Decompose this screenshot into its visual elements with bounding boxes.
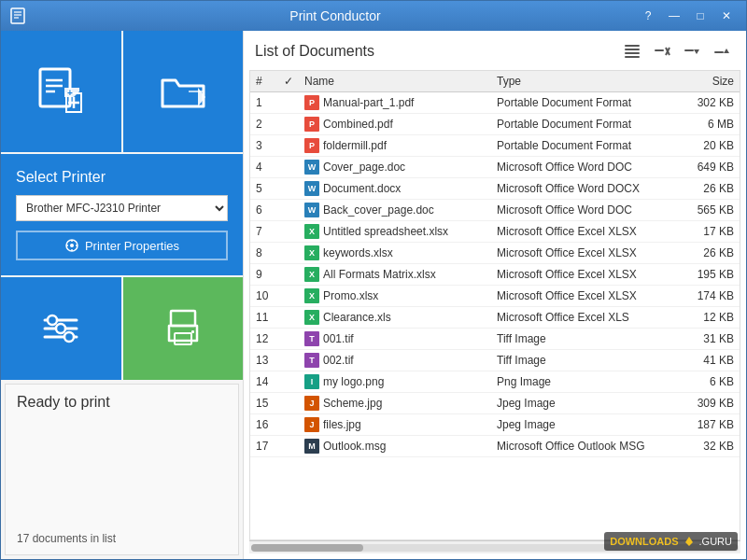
row-name: X Promo.xlsx — [299, 286, 491, 307]
table-row[interactable]: 7 X Untitled spreadsheet.xlsx Microsoft … — [250, 221, 740, 243]
svg-rect-0 — [11, 8, 24, 23]
row-number: 15 — [250, 393, 278, 414]
table-row[interactable]: 16 J files.jpg Jpeg Image 187 KB — [250, 414, 740, 436]
svg-rect-30 — [625, 45, 640, 47]
settings-tile[interactable] — [1, 277, 121, 380]
row-check — [278, 286, 299, 307]
col-size: Size — [684, 71, 740, 92]
row-number: 4 — [250, 157, 278, 178]
app-icon — [8, 7, 27, 25]
file-icon: X — [304, 224, 319, 239]
row-name: P Combined.pdf — [299, 114, 491, 135]
row-name: X Untitled spreadsheet.xlsx — [299, 221, 491, 243]
row-size: 32 KB — [684, 436, 740, 457]
document-list-panel: List of Documents — [244, 31, 746, 559]
row-type: Jpeg Image — [491, 393, 684, 414]
table-row[interactable]: 12 T 001.tif Tiff Image 31 KB — [250, 329, 740, 350]
watermark: DOWNLOADS .GURU — [604, 532, 738, 551]
row-name: W Document.docx — [299, 178, 491, 200]
row-number: 3 — [250, 135, 278, 157]
row-type: Tiff Image — [491, 350, 684, 371]
row-size: 20 KB — [684, 135, 740, 157]
row-number: 11 — [250, 307, 278, 329]
table-row[interactable]: 5 W Document.docx Microsoft Office Word … — [250, 178, 740, 200]
table-row[interactable]: 2 P Combined.pdf Portable Document Forma… — [250, 114, 740, 135]
row-size: 6 MB — [684, 114, 740, 135]
table-row[interactable]: 8 X keywords.xlsx Microsoft Office Excel… — [250, 243, 740, 264]
row-type: Microsoft Office Word DOC — [491, 157, 684, 178]
row-check — [278, 200, 299, 221]
status-ready-text: Ready to print — [17, 394, 227, 411]
table-row[interactable]: 9 X All Formats Matrix.xlsx Microsoft Of… — [250, 264, 740, 286]
row-number: 9 — [250, 264, 278, 286]
row-size: 649 KB — [684, 157, 740, 178]
row-number: 8 — [250, 243, 278, 264]
table-row[interactable]: 10 X Promo.xlsx Microsoft Office Excel X… — [250, 286, 740, 307]
remove-button[interactable] — [649, 40, 675, 63]
table-row[interactable]: 11 X Clearance.xls Microsoft Office Exce… — [250, 307, 740, 329]
row-number: 6 — [250, 200, 278, 221]
close-button[interactable]: ✕ — [714, 7, 739, 25]
minimize-button[interactable]: — — [662, 7, 686, 25]
table-row[interactable]: 3 P foldermill.pdf Portable Document For… — [250, 135, 740, 157]
main-content: + Select Printer Broth — [1, 31, 746, 559]
doc-list-toolbar — [619, 40, 735, 63]
row-name: T 002.tif — [299, 350, 491, 371]
row-name: X Clearance.xls — [299, 307, 491, 329]
row-type: Microsoft Office Excel XLSX — [491, 264, 684, 286]
print-tile[interactable] — [121, 277, 244, 380]
row-check — [278, 92, 299, 114]
printer-dropdown[interactable]: Brother MFC-J2310 Printer — [16, 195, 228, 221]
select-printer-label: Select Printer — [16, 169, 228, 186]
row-size: 17 KB — [684, 221, 740, 243]
row-type: Portable Document Format — [491, 114, 684, 135]
table-header-row: # ✓ Name Type Size — [250, 71, 740, 92]
svg-point-26 — [64, 332, 74, 342]
file-icon: J — [304, 417, 319, 432]
table-row[interactable]: 15 J Scheme.jpg Jpeg Image 309 KB — [250, 393, 740, 414]
row-size: 195 KB — [684, 264, 740, 286]
row-type: Microsoft Office Excel XLSX — [491, 286, 684, 307]
row-check — [278, 393, 299, 414]
table-row[interactable]: 13 T 002.tif Tiff Image 41 KB — [250, 350, 740, 371]
watermark-suffix: .GURU — [699, 536, 732, 547]
row-size: 565 KB — [684, 200, 740, 221]
svg-point-22 — [48, 315, 57, 325]
sidebar-bottom-buttons — [1, 277, 243, 380]
document-table[interactable]: # ✓ Name Type Size 1 P Manual-par — [249, 70, 740, 540]
svg-marker-40 — [724, 49, 729, 53]
table-row[interactable]: 17 M Outlook.msg Microsoft Office Outloo… — [250, 436, 740, 457]
add-files-button[interactable]: + — [1, 31, 121, 152]
doc-list-header: List of Documents — [249, 36, 740, 66]
help-button[interactable]: ? — [636, 7, 660, 25]
table-row[interactable]: 4 W Cover_page.doc Microsoft Office Word… — [250, 157, 740, 178]
row-type: Portable Document Format — [491, 135, 684, 157]
move-down-button[interactable] — [709, 40, 735, 63]
scrollbar-thumb[interactable] — [251, 544, 363, 552]
doc-list-title: List of Documents — [255, 43, 374, 60]
file-icon: X — [304, 288, 319, 303]
row-check — [278, 350, 299, 371]
table-row[interactable]: 6 W Back_cover_page.doc Microsoft Office… — [250, 200, 740, 221]
table-row[interactable]: 1 P Manual-part_1.pdf Portable Document … — [250, 92, 740, 114]
file-icon: W — [304, 160, 319, 175]
printer-properties-button[interactable]: Printer Properties — [16, 231, 228, 260]
row-name: P Manual-part_1.pdf — [299, 92, 491, 114]
move-up-button[interactable] — [679, 40, 705, 63]
list-view-button[interactable] — [619, 40, 645, 63]
table-row[interactable]: 14 I my logo.png Png Image 6 KB — [250, 371, 740, 393]
add-folder-button[interactable] — [121, 31, 244, 152]
restore-button[interactable]: □ — [688, 7, 712, 25]
row-number: 7 — [250, 221, 278, 243]
row-check — [278, 178, 299, 200]
row-size: 26 KB — [684, 243, 740, 264]
file-icon: M — [304, 439, 319, 454]
file-icon: T — [304, 331, 319, 346]
row-type: Microsoft Office Excel XLSX — [491, 221, 684, 243]
row-check — [278, 157, 299, 178]
row-number: 14 — [250, 371, 278, 393]
file-icon: X — [304, 267, 319, 282]
row-size: 302 KB — [684, 92, 740, 114]
row-check — [278, 114, 299, 135]
status-count-text: 17 documents in list — [17, 532, 227, 545]
